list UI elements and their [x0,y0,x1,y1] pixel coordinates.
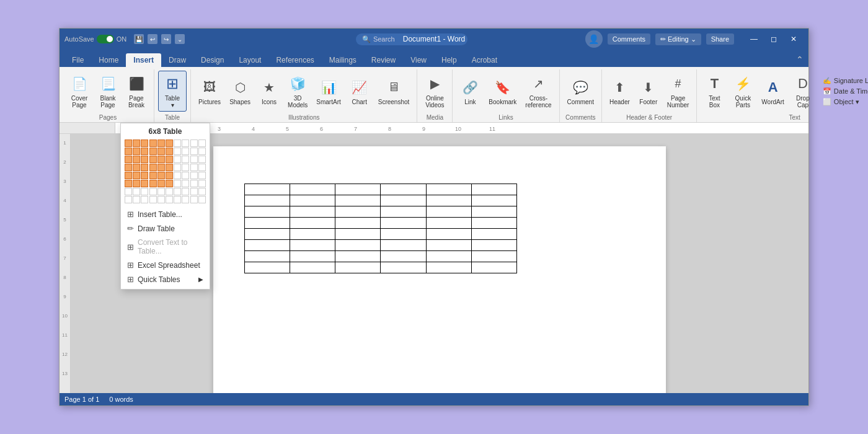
table-grid-cell[interactable] [157,180,165,187]
save-icon[interactable]: 💾 [134,34,144,44]
table-grid-cell[interactable] [157,148,165,155]
tab-acrobat[interactable]: Acrobat [464,53,505,67]
table-grid-cell[interactable] [166,140,173,147]
doc-table-cell[interactable] [245,195,290,206]
doc-table-cell[interactable] [335,218,381,229]
table-grid-cell[interactable] [174,148,181,155]
table-grid-cell[interactable] [133,164,140,171]
link-button[interactable]: 🔗 Link [456,75,484,108]
quick-parts-button[interactable]: ⚡ QuickParts [729,71,756,111]
doc-table-cell[interactable] [290,206,335,218]
table-grid-cell[interactable] [166,188,173,195]
doc-table-cell[interactable] [335,240,381,251]
table-grid-cell[interactable] [174,180,181,187]
table-grid-cell[interactable] [141,180,148,187]
doc-table-cell[interactable] [335,206,381,218]
table-grid-cell[interactable] [125,148,132,155]
smartart-button[interactable]: 📊 SmartArt [312,75,344,108]
doc-table-cell[interactable] [290,240,335,251]
table-grid-cell[interactable] [157,156,165,163]
table-grid-cell[interactable] [149,188,157,195]
doc-table-cell[interactable] [426,206,471,218]
table-grid-cell[interactable] [182,156,189,163]
doc-table-cell[interactable] [335,184,381,195]
table-grid-cell[interactable] [190,180,198,187]
table-grid-cell[interactable] [174,196,181,203]
undo-icon[interactable]: ↩ [148,34,157,44]
table-grid-cell[interactable] [174,140,181,147]
table-grid-cell[interactable] [149,172,157,179]
text-box-button[interactable]: T TextBox [701,71,728,111]
doc-table-cell[interactable] [471,206,516,218]
share-button[interactable]: Share [706,33,734,45]
doc-table-cell[interactable] [381,184,426,195]
table-button[interactable]: ⊞ Table▾ [158,71,187,112]
doc-table-cell[interactable] [426,184,471,195]
doc-table-cell[interactable] [245,218,290,229]
doc-table-cell[interactable] [245,229,290,240]
doc-table-cell[interactable] [471,240,516,251]
table-grid-cell[interactable] [125,172,132,179]
tab-review[interactable]: Review [364,53,403,67]
table-grid-cell[interactable] [166,148,173,155]
excel-spreadsheet-menu-item[interactable]: ⊞ Excel Spreadsheet [121,258,210,272]
editing-button[interactable]: ✏ Editing ⌄ [655,33,701,45]
doc-table-cell[interactable] [426,262,471,273]
insert-table-menu-item[interactable]: ⊞ Insert Table... [121,207,210,221]
table-grid-cell[interactable] [182,180,189,187]
tab-insert[interactable]: Insert [126,53,161,67]
table-grid-cell[interactable] [190,156,198,163]
doc-table-cell[interactable] [245,251,290,262]
tab-help[interactable]: Help [434,53,464,67]
tab-layout[interactable]: Layout [231,53,268,67]
table-grid-cell[interactable] [125,156,132,163]
online-videos-button[interactable]: ▶ OnlineVideos [421,71,448,111]
table-grid-cell[interactable] [141,196,148,203]
table-grid-cell[interactable] [141,148,148,155]
table-grid-cell[interactable] [174,164,181,171]
tab-file[interactable]: File [64,53,91,67]
doc-table-cell[interactable] [290,251,335,262]
doc-table-cell[interactable] [426,218,471,229]
doc-table-cell[interactable] [245,262,290,273]
table-grid-cell[interactable] [166,180,173,187]
table-grid-cell[interactable] [133,156,140,163]
autosave-toggle[interactable] [97,35,114,43]
doc-table-cell[interactable] [290,195,335,206]
table-grid-cell[interactable] [190,172,198,179]
page-number-button[interactable]: # PageNumber [663,71,693,111]
table-grid-cell[interactable] [198,188,206,195]
table-grid-cell[interactable] [190,188,198,195]
table-grid-cell[interactable] [149,196,157,203]
table-grid-cell[interactable] [141,164,148,171]
doc-table-cell[interactable] [245,206,290,218]
tab-draw[interactable]: Draw [161,53,193,67]
cover-page-button[interactable]: 📄 CoverPage [66,71,93,111]
chart-button[interactable]: 📈 Chart [346,75,373,108]
page-break-button[interactable]: ⬛ PageBreak [123,71,150,111]
date-time-button[interactable]: 📅 Date & Time [820,87,868,96]
table-grid-cell[interactable] [182,172,189,179]
table-grid-cell[interactable] [198,164,206,171]
table-grid-cell[interactable] [182,196,189,203]
doc-table-cell[interactable] [335,229,381,240]
table-grid-cell[interactable] [166,196,173,203]
doc-table-cell[interactable] [245,184,290,195]
table-grid-cell[interactable] [125,188,132,195]
table-grid-cell[interactable] [141,172,148,179]
table-grid-cell[interactable] [125,164,132,171]
table-grid-cell[interactable] [149,164,157,171]
table-grid-cell[interactable] [149,140,157,147]
table-grid-cell[interactable] [149,180,157,187]
draw-table-menu-item[interactable]: ✏ Draw Table [121,221,210,236]
doc-table-cell[interactable] [290,184,335,195]
table-grid-cell[interactable] [133,140,140,147]
table-grid-cell[interactable] [190,196,198,203]
shapes-button[interactable]: ⬡ Shapes [226,75,254,108]
doc-table-cell[interactable] [471,262,516,273]
table-grid-cell[interactable] [198,148,206,155]
cross-reference-button[interactable]: ↗ Cross-reference [521,71,555,111]
table-grid-cell[interactable] [182,148,189,155]
pictures-button[interactable]: 🖼 Pictures [195,75,224,108]
table-grid-cell[interactable] [157,196,165,203]
